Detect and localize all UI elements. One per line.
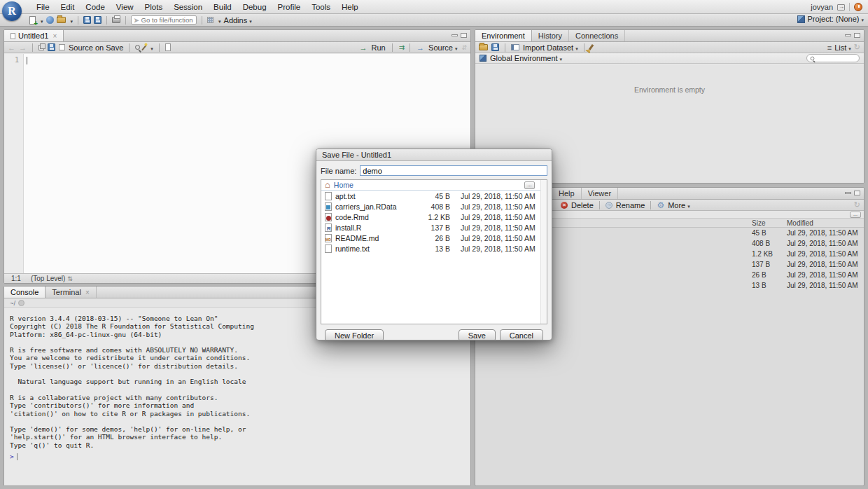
home-link[interactable]: Home (334, 181, 354, 189)
console-tab[interactable]: Console (4, 287, 46, 298)
save-button[interactable]: Save (458, 329, 496, 340)
dialog-file-row[interactable]: code.Rmd 1.2 KB Jul 29, 2018, 11:50 AM (321, 212, 547, 222)
main-toolbar: ➤ Addins (0, 14, 868, 27)
back-icon[interactable]: ← (8, 43, 15, 52)
minimize-pane-icon[interactable] (845, 192, 851, 194)
maximize-pane-icon[interactable] (461, 33, 467, 38)
code-tools-dropdown[interactable] (148, 43, 153, 52)
breadcrumb-more-button[interactable]: ... (850, 212, 861, 218)
dialog-file-row[interactable]: runtime.txt 13 B Jul 29, 2018, 11:50 AM (321, 243, 547, 254)
find-replace-icon[interactable] (135, 45, 140, 50)
minimize-pane-icon[interactable] (451, 34, 458, 36)
menu-item[interactable]: File (31, 3, 55, 11)
source-button[interactable]: Source (428, 43, 457, 52)
list-view-button[interactable]: List (834, 43, 851, 52)
save-all-icon[interactable] (94, 16, 102, 24)
compile-report-icon[interactable] (165, 43, 171, 51)
panel-toggle-icon[interactable]: ⇵ (461, 44, 467, 51)
dialog-file-row[interactable]: carriers_jan.RData 408 B Jul 29, 2018, 1… (321, 201, 547, 212)
global-environment-selector[interactable]: Global Environment (490, 54, 562, 62)
column-size[interactable]: Size (752, 219, 787, 227)
file-size: 1.2 KB (418, 213, 450, 221)
save-source-icon[interactable] (48, 43, 55, 51)
delete-button[interactable]: Delete (571, 201, 594, 209)
rename-button[interactable]: Rename (616, 201, 645, 209)
dialog-file-row[interactable]: install.R 137 B Jul 29, 2018, 11:50 AM (321, 222, 547, 233)
menu-item[interactable]: Help (336, 3, 364, 11)
addins-grid-icon[interactable] (207, 17, 214, 23)
addins-menu[interactable]: Addins (224, 16, 252, 25)
environment-tab[interactable]: Connections (569, 30, 625, 41)
console-prompt-line[interactable]: > (4, 453, 18, 460)
files-pane-tab[interactable]: Viewer (582, 188, 618, 199)
menu-item[interactable]: Debug (237, 3, 272, 11)
project-selector[interactable]: Project: (None) (808, 15, 864, 23)
working-directory: ~/ (10, 299, 15, 307)
file-size: 1.2 KB (752, 250, 787, 258)
files-pane-tab[interactable]: Help (552, 188, 582, 199)
import-dataset-button[interactable]: Import Dataset (523, 43, 578, 52)
rerun-icon[interactable]: ⇉ (399, 43, 403, 51)
run-button[interactable]: Run (372, 43, 386, 52)
menu-item[interactable]: Plots (139, 3, 169, 11)
file-name-input[interactable] (360, 165, 547, 176)
menu-item[interactable]: Profile (272, 3, 307, 11)
clear-objects-icon[interactable] (588, 44, 594, 50)
source-on-save-checkbox[interactable] (59, 44, 65, 50)
load-workspace-icon[interactable] (479, 44, 488, 50)
maximize-pane-icon[interactable] (854, 191, 860, 195)
menu-item[interactable]: Edit (55, 3, 80, 11)
menu-item[interactable]: Build (208, 3, 237, 11)
open-file-icon[interactable] (57, 17, 66, 23)
menu-item[interactable]: View (111, 3, 139, 11)
menu-item[interactable]: Session (168, 3, 208, 11)
md-file-icon (325, 234, 332, 242)
source-icon[interactable]: → (416, 43, 424, 52)
cursor-position: 1:1 (11, 275, 21, 282)
file-size: 408 B (418, 202, 450, 211)
goto-file-box[interactable]: ➤ (131, 15, 197, 25)
rename-file-icon (606, 202, 612, 209)
refresh-icon[interactable]: ↻ (854, 43, 860, 52)
new-file-icon[interactable] (29, 16, 36, 25)
dialog-file-row[interactable]: apt.txt 45 B Jul 29, 2018, 11:50 AM (321, 191, 547, 201)
menu-item[interactable]: Tools (306, 3, 336, 11)
new-folder-button[interactable]: New Folder (325, 329, 384, 340)
browse-more-button[interactable]: ... (524, 181, 535, 189)
open-file-dropdown[interactable] (69, 16, 74, 25)
print-icon[interactable] (112, 17, 120, 23)
file-modified: Jul 29, 2018, 11:50 AM (787, 229, 864, 237)
scope-indicator[interactable]: (Top Level) ⇅ (31, 275, 73, 282)
scrollbar[interactable] (540, 180, 547, 324)
forward-icon[interactable]: → (19, 43, 27, 52)
dialog-file-row[interactable]: README.md 26 B Jul 29, 2018, 11:50 AM (321, 233, 547, 243)
minimize-pane-icon[interactable] (845, 34, 851, 36)
code-tools-icon[interactable] (141, 44, 147, 50)
close-terminal-icon[interactable]: × (85, 289, 90, 296)
run-icon[interactable]: → (360, 43, 368, 52)
power-icon[interactable] (854, 3, 862, 11)
menu-item[interactable]: Code (80, 3, 111, 11)
cancel-button[interactable]: Cancel (500, 329, 543, 340)
tab-untitled1[interactable]: Untitled1 × (4, 30, 64, 41)
environment-search-box[interactable] (806, 54, 860, 62)
column-modified[interactable]: Modified (787, 219, 864, 227)
popout-icon[interactable] (38, 45, 44, 50)
addins-grid-dropdown[interactable] (216, 16, 221, 25)
text-cursor (27, 57, 27, 64)
dialog-title[interactable]: Save File - Untitled1 (316, 149, 552, 161)
save-icon[interactable] (83, 16, 91, 24)
refresh-icon[interactable]: ↻ (854, 200, 860, 209)
environment-tab[interactable]: Environment (475, 30, 532, 41)
save-workspace-icon[interactable] (491, 43, 499, 51)
new-project-icon[interactable] (46, 16, 54, 24)
more-button[interactable]: More (668, 201, 690, 209)
new-file-dropdown[interactable] (38, 16, 43, 25)
console-tab[interactable]: Terminal× (46, 287, 96, 298)
file-name-label: File name: (321, 167, 356, 175)
environment-tab[interactable]: History (532, 30, 569, 41)
close-tab-icon[interactable]: × (52, 32, 57, 40)
goto-file-input[interactable] (141, 16, 194, 24)
maximize-pane-icon[interactable] (854, 33, 860, 38)
logout-icon[interactable] (837, 4, 845, 11)
